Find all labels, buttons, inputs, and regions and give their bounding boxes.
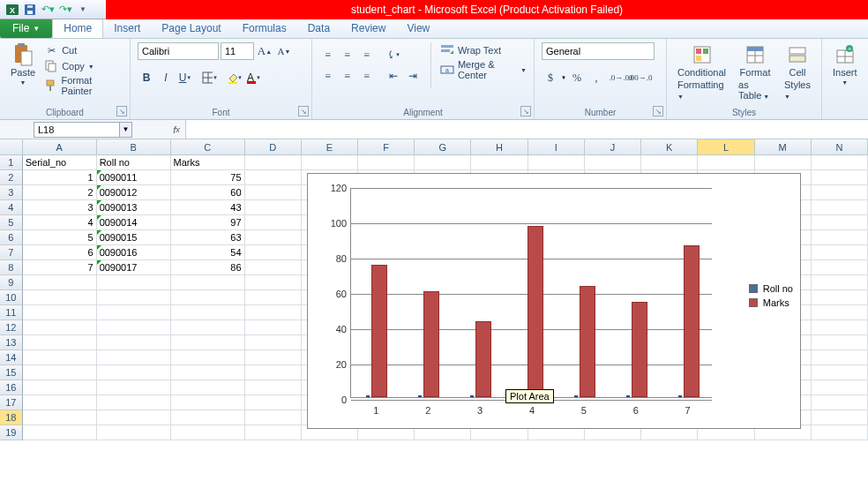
cell[interactable] [23, 305, 97, 320]
row-header-9[interactable]: 9 [0, 275, 23, 290]
undo-icon[interactable]: ↶▾ [41, 3, 55, 17]
align-top-button[interactable]: ≡ [319, 46, 337, 64]
orientation-button[interactable]: ⤹▼ [385, 46, 402, 64]
name-box-dropdown[interactable]: ▼ [120, 122, 132, 138]
cell[interactable] [812, 245, 868, 260]
alignment-dialog-launcher[interactable]: ↘ [520, 106, 531, 116]
cell[interactable] [812, 275, 868, 290]
cell[interactable] [23, 380, 97, 395]
cell[interactable] [245, 275, 302, 290]
cell[interactable] [171, 320, 245, 335]
row-header-8[interactable]: 8 [0, 260, 23, 275]
cell[interactable] [812, 320, 868, 335]
col-N[interactable]: N [812, 139, 868, 154]
legend-rollno[interactable]: Roll no [749, 283, 793, 294]
cell[interactable] [812, 335, 868, 350]
col-C[interactable]: C [171, 139, 245, 154]
cell[interactable] [812, 155, 868, 170]
cell[interactable]: 0090015 [97, 230, 171, 245]
row-header-14[interactable]: 14 [0, 350, 23, 365]
redo-icon[interactable]: ↷▾ [58, 3, 72, 17]
cell[interactable] [23, 275, 97, 290]
underline-button[interactable]: U▼ [176, 69, 194, 86]
cell[interactable]: 1 [23, 170, 97, 185]
cell[interactable] [171, 305, 245, 320]
cell[interactable] [812, 305, 868, 320]
col-A[interactable]: A [23, 139, 97, 154]
cell[interactable]: 0090014 [97, 215, 171, 230]
cell[interactable] [471, 155, 528, 170]
cell[interactable]: 7 [23, 260, 97, 275]
tab-file[interactable]: File▼ [0, 19, 52, 38]
cell[interactable] [302, 155, 358, 170]
cell[interactable] [415, 155, 471, 170]
decrease-decimal-button[interactable]: .00→.0 [632, 69, 649, 86]
cell[interactable] [528, 155, 585, 170]
chart-legend[interactable]: Roll no Marks [749, 280, 793, 312]
row-header-1[interactable]: 1 [0, 155, 23, 170]
chart-bar-marks[interactable] [528, 226, 543, 397]
tab-home[interactable]: Home [52, 18, 103, 38]
cell[interactable]: 43 [171, 200, 245, 215]
cell[interactable] [812, 380, 868, 395]
cell[interactable] [97, 410, 171, 425]
cell[interactable]: 5 [23, 230, 97, 245]
cell[interactable] [171, 365, 245, 380]
cell[interactable] [245, 425, 302, 440]
col-M[interactable]: M [755, 139, 812, 154]
cell[interactable] [97, 275, 171, 290]
font-size-select[interactable] [221, 42, 254, 60]
cell[interactable]: 4 [23, 215, 97, 230]
cell[interactable]: 0090013 [97, 200, 171, 215]
cell[interactable] [812, 350, 868, 365]
col-B[interactable]: B [97, 139, 171, 154]
cell[interactable] [358, 155, 415, 170]
chart-bar-rollno[interactable] [470, 395, 474, 397]
cell[interactable] [812, 290, 868, 305]
col-K[interactable]: K [641, 139, 698, 154]
align-middle-button[interactable]: ≡ [339, 46, 356, 64]
chart-bar-rollno[interactable] [366, 395, 370, 397]
cell[interactable] [812, 185, 868, 200]
cell[interactable] [23, 410, 97, 425]
paste-button[interactable]: Paste▼ [7, 42, 39, 87]
cell[interactable]: 0090011 [97, 170, 171, 185]
currency-button[interactable]: $ [542, 69, 559, 86]
col-D[interactable]: D [245, 139, 302, 154]
cell[interactable] [23, 395, 97, 410]
qat-dropdown-icon[interactable]: ▼ [76, 3, 90, 17]
fill-color-button[interactable]: ▼ [226, 69, 243, 86]
cell[interactable] [171, 395, 245, 410]
conditional-formatting-button[interactable]: Conditional Formatting ▼ [674, 42, 730, 102]
cell[interactable] [97, 290, 171, 305]
cell[interactable] [812, 365, 868, 380]
row-header-10[interactable]: 10 [0, 290, 23, 305]
chart-bar-rollno[interactable] [574, 395, 578, 397]
italic-button[interactable]: I [157, 69, 175, 86]
font-dialog-launcher[interactable]: ↘ [298, 106, 309, 116]
font-color-button[interactable]: A▼ [245, 69, 263, 86]
col-H[interactable]: H [471, 139, 528, 154]
chart-bar-rollno[interactable] [626, 395, 630, 397]
increase-indent-button[interactable]: ⇥ [404, 67, 422, 85]
cell[interactable]: 0090012 [97, 185, 171, 200]
border-button[interactable]: ▼ [201, 69, 219, 86]
chart-bar-marks[interactable] [371, 265, 387, 397]
cell[interactable]: 54 [171, 245, 245, 260]
cell[interactable] [812, 410, 868, 425]
cell[interactable]: 97 [171, 215, 245, 230]
cell[interactable] [812, 260, 868, 275]
tab-formulas[interactable]: Formulas [232, 19, 297, 38]
fx-icon[interactable]: fx [168, 120, 185, 139]
cell[interactable] [812, 425, 868, 440]
row-header-18[interactable]: 18 [0, 410, 23, 425]
merge-center-button[interactable]: aMerge & Center ▼ [440, 58, 527, 81]
shrink-font-button[interactable]: A▼ [275, 42, 293, 60]
cell[interactable]: 63 [171, 230, 245, 245]
row-header-12[interactable]: 12 [0, 320, 23, 335]
comma-button[interactable]: , [587, 69, 605, 86]
cell[interactable] [171, 410, 245, 425]
cell[interactable] [97, 350, 171, 365]
embedded-chart[interactable]: Roll no Marks Plot Area 0204060801001201… [307, 173, 801, 429]
cell[interactable] [171, 380, 245, 395]
